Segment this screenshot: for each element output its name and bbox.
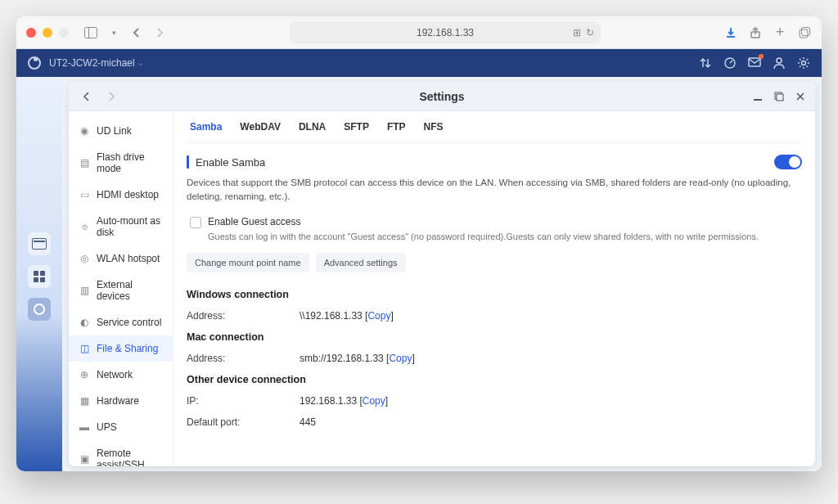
downloads-icon[interactable]	[723, 25, 738, 40]
dock	[16, 77, 62, 471]
sidebar-item-label: Network	[97, 369, 133, 380]
svg-point-16	[34, 304, 44, 314]
guest-access-checkbox-row[interactable]: Enable Guest access	[187, 213, 802, 230]
close-icon[interactable]	[794, 90, 807, 103]
browser-toolbar: ▾ 192.168.1.33 ⊞ ↻ +	[16, 16, 822, 49]
sidebar-item-service[interactable]: ◐ Service control	[69, 309, 173, 335]
sidebar-toggle-icon[interactable]	[83, 25, 98, 40]
forward-icon[interactable]	[152, 25, 167, 40]
notification-dot-icon	[759, 54, 764, 59]
close-window-icon[interactable]	[26, 28, 36, 38]
address-bar: 192.168.1.33 ⊞ ↻	[206, 22, 684, 43]
new-tab-icon[interactable]: +	[773, 25, 787, 40]
sidebar-item-remote[interactable]: ▣ Remote assist/SSH	[69, 440, 173, 466]
sidebar-item-flash-drive[interactable]: ▤ Flash drive mode	[69, 144, 173, 182]
other-ip-row: IP: 192.168.1.33 [Copy]	[187, 390, 802, 412]
back-icon[interactable]	[129, 25, 144, 40]
dock-finder-icon[interactable]	[28, 232, 51, 255]
settings-forward-button[interactable]	[101, 87, 121, 106]
wifi-icon: ◎	[79, 253, 90, 264]
chevron-down-icon: ⌵	[138, 59, 142, 67]
sidebar-item-hdmi[interactable]: ▭ HDMI desktop	[69, 182, 173, 208]
enable-samba-heading: Enable Samba	[187, 143, 802, 174]
gear-icon[interactable]	[797, 56, 810, 70]
reload-icon[interactable]: ↻	[586, 27, 594, 38]
enable-samba-toggle[interactable]	[774, 155, 802, 169]
sidebar-item-label: Hardware	[97, 395, 139, 407]
sidebar-item-label: External devices	[97, 279, 163, 302]
sidebar-item-wlan[interactable]: ◎ WLAN hotspot	[69, 245, 173, 272]
tab-dlna[interactable]: DLNA	[299, 121, 326, 134]
sidebar-item-label: WLAN hotspot	[97, 253, 160, 264]
sidebar-item-file-sharing[interactable]: ◫ File & Sharing	[69, 335, 173, 362]
tab-webdav[interactable]: WebDAV	[240, 121, 281, 134]
other-ip-value: 192.168.1.33	[300, 395, 357, 407]
svg-rect-12	[34, 271, 38, 276]
other-connection-heading: Other device connection	[187, 369, 802, 390]
address-input[interactable]: 192.168.1.33 ⊞ ↻	[290, 22, 601, 43]
sidebar-item-automount[interactable]: ⌾ Auto-mount as disk	[69, 208, 173, 245]
mail-icon[interactable]	[748, 56, 761, 70]
sidebar-item-network[interactable]: ⊕ Network	[69, 362, 173, 388]
svg-rect-4	[800, 29, 808, 38]
browser-window: ▾ 192.168.1.33 ⊞ ↻ +	[16, 16, 822, 471]
enable-samba-title: Enable Samba	[196, 156, 265, 169]
svg-rect-0	[85, 27, 97, 38]
dock-apps-icon[interactable]	[28, 265, 51, 288]
settings-main: Samba WebDAV DLNA SFTP FTP NFS Enable Sa…	[173, 111, 815, 466]
sidebar-item-label: HDMI desktop	[97, 189, 159, 200]
change-mount-button[interactable]: Change mount point name	[187, 253, 309, 272]
tab-ftp[interactable]: FTP	[387, 121, 406, 134]
sidebar-item-label: UD Link	[97, 125, 132, 137]
guest-access-label: Enable Guest access	[208, 216, 300, 227]
battery-icon: ▬	[79, 421, 90, 433]
default-port-value: 445	[300, 416, 316, 428]
svg-rect-14	[34, 277, 38, 282]
sidebar-item-hardware[interactable]: ▦ Hardware	[69, 388, 173, 414]
svg-rect-7	[749, 58, 760, 66]
mac-connection-heading: Mac connection	[187, 326, 802, 348]
guest-access-description: Guests can log in with the account "Gues…	[187, 230, 802, 250]
settings-window: Settings ◉ UD Link ▤ Flash drive m	[69, 82, 815, 466]
advanced-settings-button[interactable]: Advanced settings	[316, 253, 406, 272]
svg-rect-11	[34, 241, 45, 242]
hardware-icon: ▦	[79, 395, 90, 407]
svg-rect-19	[777, 94, 783, 101]
checkbox-icon	[190, 217, 201, 228]
disk-icon: ⌾	[79, 221, 90, 232]
sidebar-item-ups[interactable]: ▬ UPS	[69, 414, 173, 440]
sidebar-item-label: File & Sharing	[97, 343, 158, 354]
hostname-dropdown[interactable]: UT2-JCW2-michael ⌵	[49, 57, 142, 69]
samba-description: Devices that support the SMB protocol ca…	[187, 174, 802, 213]
settings-sidebar: ◉ UD Link ▤ Flash drive mode ▭ HDMI desk…	[69, 111, 173, 466]
label-address: Address:	[187, 310, 300, 322]
toggle-icon: ◐	[79, 317, 90, 328]
mac-address-value: smb://192.168.1.33	[300, 353, 384, 364]
svg-rect-5	[802, 27, 810, 35]
tab-nfs[interactable]: NFS	[424, 121, 444, 134]
sidebar-item-external[interactable]: ▥ External devices	[69, 272, 173, 309]
dashboard-icon[interactable]	[723, 56, 737, 70]
reader-icon[interactable]: ⊞	[573, 27, 581, 38]
share-icon[interactable]	[748, 25, 763, 40]
tab-samba[interactable]: Samba	[190, 121, 222, 134]
windows-address-value: \\192.168.1.33	[300, 310, 363, 322]
transfer-icon[interactable]	[699, 56, 712, 70]
maximize-window-icon[interactable]	[59, 28, 69, 38]
accent-bar-icon	[187, 155, 189, 169]
copy-mac-address-button[interactable]: Copy	[389, 353, 412, 364]
tabs-overview-icon[interactable]	[797, 25, 812, 40]
sidebar-item-ud-link[interactable]: ◉ UD Link	[69, 118, 173, 144]
minimize-icon[interactable]	[751, 90, 764, 103]
settings-title: Settings	[69, 90, 815, 103]
tab-sftp[interactable]: SFTP	[344, 121, 369, 134]
chevron-down-icon[interactable]: ▾	[106, 25, 121, 40]
copy-ip-button[interactable]: Copy	[363, 395, 385, 407]
settings-back-button[interactable]	[77, 87, 97, 106]
user-icon[interactable]	[773, 56, 786, 70]
dock-app-icon[interactable]	[28, 298, 51, 321]
label-ip: IP:	[187, 395, 300, 407]
minimize-window-icon[interactable]	[43, 28, 52, 38]
maximize-icon[interactable]	[773, 90, 786, 103]
copy-windows-address-button[interactable]: Copy	[367, 310, 390, 322]
